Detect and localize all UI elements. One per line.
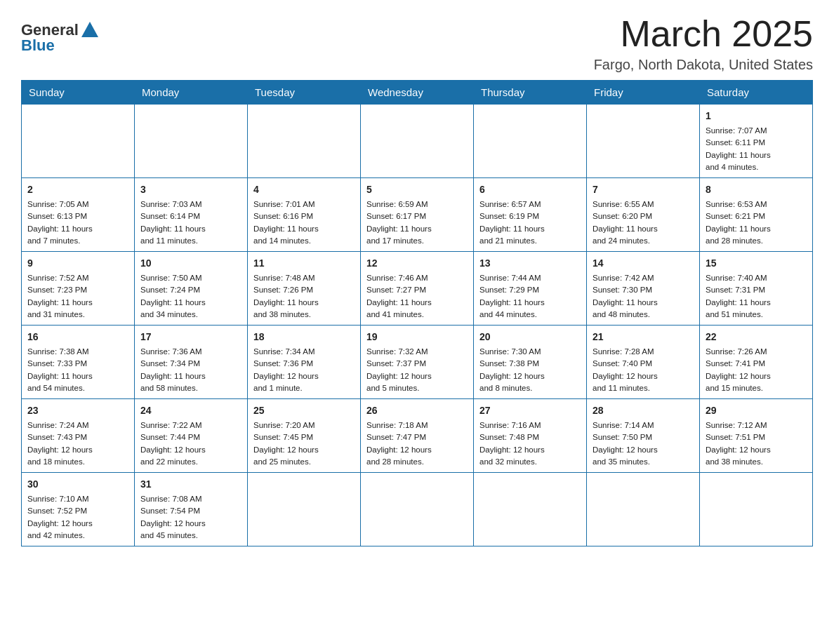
day-number: 6	[479, 182, 581, 197]
day-number: 5	[366, 182, 468, 197]
day-number: 21	[593, 330, 694, 344]
calendar-day-cell: 12Sunrise: 7:46 AM Sunset: 7:27 PM Dayli…	[361, 252, 474, 326]
calendar-day-cell	[587, 473, 700, 546]
day-number: 17	[140, 330, 241, 344]
calendar-week-row: 9Sunrise: 7:52 AM Sunset: 7:23 PM Daylig…	[22, 252, 813, 326]
calendar-week-row: 23Sunrise: 7:24 AM Sunset: 7:43 PM Dayli…	[22, 399, 813, 473]
calendar-week-row: 1Sunrise: 7:07 AM Sunset: 6:11 PM Daylig…	[22, 105, 813, 178]
calendar-day-cell: 7Sunrise: 6:55 AM Sunset: 6:20 PM Daylig…	[587, 178, 700, 252]
day-of-week-header: Sunday	[22, 81, 135, 105]
calendar-day-cell: 10Sunrise: 7:50 AM Sunset: 7:24 PM Dayli…	[135, 252, 248, 326]
day-info: Sunrise: 7:52 AM Sunset: 7:23 PM Dayligh…	[27, 272, 128, 321]
day-info: Sunrise: 7:18 AM Sunset: 7:47 PM Dayligh…	[366, 420, 468, 468]
calendar-day-cell: 27Sunrise: 7:16 AM Sunset: 7:48 PM Dayli…	[474, 399, 587, 473]
day-number: 31	[140, 477, 241, 492]
calendar-day-cell: 11Sunrise: 7:48 AM Sunset: 7:26 PM Dayli…	[248, 252, 361, 326]
day-number: 27	[479, 403, 581, 418]
day-number: 12	[366, 256, 468, 271]
day-number: 30	[27, 477, 128, 492]
day-number: 10	[140, 256, 241, 271]
day-number: 20	[479, 330, 581, 344]
day-number: 7	[593, 182, 694, 197]
day-number: 28	[593, 403, 694, 418]
calendar-day-cell: 9Sunrise: 7:52 AM Sunset: 7:23 PM Daylig…	[22, 252, 135, 326]
calendar-day-cell: 20Sunrise: 7:30 AM Sunset: 7:38 PM Dayli…	[474, 326, 587, 399]
day-number: 13	[479, 256, 581, 271]
calendar-day-cell: 15Sunrise: 7:40 AM Sunset: 7:31 PM Dayli…	[700, 252, 813, 326]
calendar-week-row: 2Sunrise: 7:05 AM Sunset: 6:13 PM Daylig…	[22, 178, 813, 252]
logo: General Blue	[21, 14, 98, 55]
day-info: Sunrise: 7:24 AM Sunset: 7:43 PM Dayligh…	[27, 420, 128, 468]
calendar-day-cell: 13Sunrise: 7:44 AM Sunset: 7:29 PM Dayli…	[474, 252, 587, 326]
day-number: 8	[706, 182, 807, 197]
location-title: Fargo, North Dakota, United States	[594, 57, 813, 73]
day-info: Sunrise: 7:50 AM Sunset: 7:24 PM Dayligh…	[140, 272, 241, 321]
calendar-day-cell: 14Sunrise: 7:42 AM Sunset: 7:30 PM Dayli…	[587, 252, 700, 326]
day-number: 11	[253, 256, 355, 271]
calendar-day-cell	[135, 105, 248, 178]
day-info: Sunrise: 7:14 AM Sunset: 7:50 PM Dayligh…	[593, 420, 694, 468]
calendar-week-row: 16Sunrise: 7:38 AM Sunset: 7:33 PM Dayli…	[22, 326, 813, 399]
day-number: 14	[593, 256, 694, 271]
logo-triangle-icon	[81, 22, 98, 37]
day-info: Sunrise: 7:12 AM Sunset: 7:51 PM Dayligh…	[706, 420, 807, 468]
day-info: Sunrise: 7:03 AM Sunset: 6:14 PM Dayligh…	[140, 199, 241, 247]
day-number: 25	[253, 403, 355, 418]
day-of-week-header: Saturday	[700, 81, 813, 105]
day-of-week-header: Wednesday	[361, 81, 474, 105]
day-number: 1	[706, 109, 807, 123]
calendar-day-cell: 8Sunrise: 6:53 AM Sunset: 6:21 PM Daylig…	[700, 178, 813, 252]
calendar-day-cell	[587, 105, 700, 178]
calendar-day-cell: 29Sunrise: 7:12 AM Sunset: 7:51 PM Dayli…	[700, 399, 813, 473]
day-number: 29	[706, 403, 807, 418]
day-of-week-header: Friday	[587, 81, 700, 105]
calendar-day-cell	[361, 105, 474, 178]
calendar-day-cell: 30Sunrise: 7:10 AM Sunset: 7:52 PM Dayli…	[22, 473, 135, 546]
calendar-day-cell: 3Sunrise: 7:03 AM Sunset: 6:14 PM Daylig…	[135, 178, 248, 252]
day-info: Sunrise: 7:20 AM Sunset: 7:45 PM Dayligh…	[253, 420, 355, 468]
calendar-day-cell: 17Sunrise: 7:36 AM Sunset: 7:34 PM Dayli…	[135, 326, 248, 399]
calendar-week-row: 30Sunrise: 7:10 AM Sunset: 7:52 PM Dayli…	[22, 473, 813, 546]
day-info: Sunrise: 7:22 AM Sunset: 7:44 PM Dayligh…	[140, 420, 241, 468]
calendar-day-cell	[700, 473, 813, 546]
day-info: Sunrise: 7:40 AM Sunset: 7:31 PM Dayligh…	[706, 272, 807, 321]
day-number: 23	[27, 403, 128, 418]
day-number: 4	[253, 182, 355, 197]
calendar-table: SundayMondayTuesdayWednesdayThursdayFrid…	[21, 80, 813, 546]
month-title: March 2025	[594, 14, 813, 54]
day-info: Sunrise: 7:32 AM Sunset: 7:37 PM Dayligh…	[366, 346, 468, 394]
day-info: Sunrise: 7:26 AM Sunset: 7:41 PM Dayligh…	[706, 346, 807, 394]
calendar-day-cell	[248, 473, 361, 546]
calendar-day-cell: 26Sunrise: 7:18 AM Sunset: 7:47 PM Dayli…	[361, 399, 474, 473]
day-of-week-header: Monday	[135, 81, 248, 105]
day-of-week-header: Thursday	[474, 81, 587, 105]
day-number: 3	[140, 182, 241, 197]
day-info: Sunrise: 6:55 AM Sunset: 6:20 PM Dayligh…	[593, 199, 694, 247]
calendar-day-cell: 4Sunrise: 7:01 AM Sunset: 6:16 PM Daylig…	[248, 178, 361, 252]
day-number: 26	[366, 403, 468, 418]
day-info: Sunrise: 6:59 AM Sunset: 6:17 PM Dayligh…	[366, 199, 468, 247]
calendar-day-cell: 5Sunrise: 6:59 AM Sunset: 6:17 PM Daylig…	[361, 178, 474, 252]
page-header: General Blue March 2025 Fargo, North Dak…	[21, 14, 813, 73]
day-info: Sunrise: 7:36 AM Sunset: 7:34 PM Dayligh…	[140, 346, 241, 394]
day-info: Sunrise: 7:05 AM Sunset: 6:13 PM Dayligh…	[27, 199, 128, 247]
day-number: 18	[253, 330, 355, 344]
day-of-week-header: Tuesday	[248, 81, 361, 105]
day-info: Sunrise: 7:46 AM Sunset: 7:27 PM Dayligh…	[366, 272, 468, 321]
calendar-day-cell	[361, 473, 474, 546]
day-info: Sunrise: 7:01 AM Sunset: 6:16 PM Dayligh…	[253, 199, 355, 247]
day-info: Sunrise: 7:42 AM Sunset: 7:30 PM Dayligh…	[593, 272, 694, 321]
logo-blue-text: Blue	[21, 36, 55, 55]
day-info: Sunrise: 6:57 AM Sunset: 6:19 PM Dayligh…	[479, 199, 581, 247]
calendar-day-cell	[22, 105, 135, 178]
calendar-day-cell: 6Sunrise: 6:57 AM Sunset: 6:19 PM Daylig…	[474, 178, 587, 252]
calendar-day-cell: 1Sunrise: 7:07 AM Sunset: 6:11 PM Daylig…	[700, 105, 813, 178]
calendar-day-cell: 18Sunrise: 7:34 AM Sunset: 7:36 PM Dayli…	[248, 326, 361, 399]
calendar-day-cell: 25Sunrise: 7:20 AM Sunset: 7:45 PM Dayli…	[248, 399, 361, 473]
calendar-day-cell	[474, 473, 587, 546]
day-info: Sunrise: 7:07 AM Sunset: 6:11 PM Dayligh…	[706, 125, 807, 173]
calendar-day-cell	[248, 105, 361, 178]
calendar-day-cell: 19Sunrise: 7:32 AM Sunset: 7:37 PM Dayli…	[361, 326, 474, 399]
day-info: Sunrise: 7:08 AM Sunset: 7:54 PM Dayligh…	[140, 493, 241, 542]
calendar-day-cell	[474, 105, 587, 178]
